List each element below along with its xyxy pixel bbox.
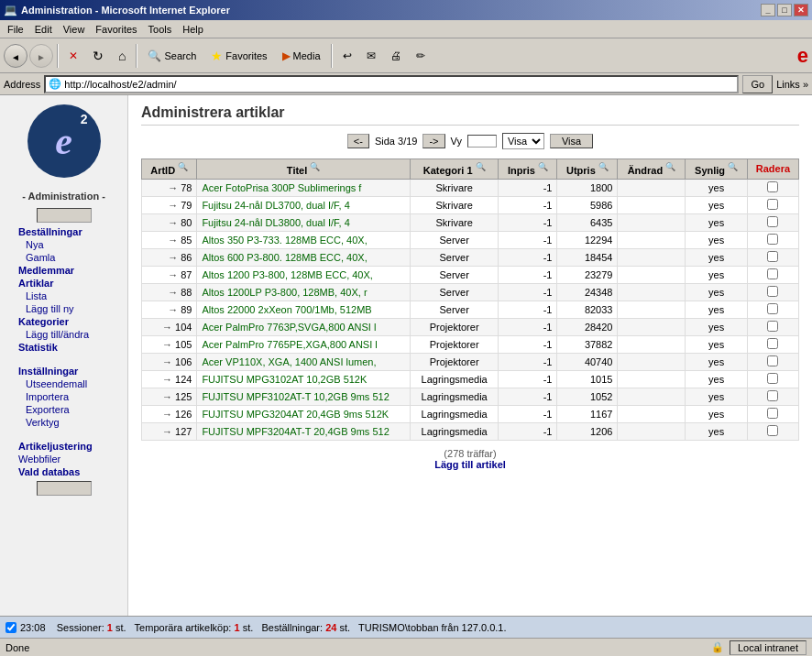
cell-title[interactable]: Acer PalmPro 7763P,SVGA,800 ANSI l — [197, 318, 410, 335]
menu-file[interactable]: File — [2, 22, 29, 37]
cell-title[interactable]: Altos 1200LP P3-800, 128MB, 40X, r — [197, 283, 410, 301]
close-button[interactable]: ✕ — [794, 4, 808, 16]
visa-button[interactable]: Visa — [550, 134, 593, 148]
radera-checkbox[interactable] — [767, 181, 778, 192]
col-inpris[interactable]: Inpris 🔍 — [499, 159, 557, 180]
cell-radera[interactable] — [747, 405, 798, 422]
cell-title[interactable]: FUJITSU MPG3204AT 20,4GB 9ms 512K — [197, 405, 410, 422]
sidebar-item-artiklar[interactable]: Artiklar — [7, 277, 120, 290]
stop-button[interactable] — [62, 42, 84, 70]
col-artid[interactable]: ArtID 🔍 — [142, 159, 197, 180]
cell-title[interactable]: Fujitsu 24-nål DL3800, dual I/F, 4 — [197, 213, 410, 231]
cell-title[interactable]: FUJITSU MPF3204AT-T 20,4GB 9ms 512 — [197, 422, 410, 440]
cell-radera[interactable] — [747, 388, 798, 405]
menu-tools[interactable]: Tools — [143, 22, 178, 37]
minimize-button[interactable]: _ — [761, 4, 775, 16]
sidebar-item-exportera[interactable]: Exportera — [7, 403, 120, 416]
sidebar-item-lagg-till-andra[interactable]: Lägg till/ändra — [7, 328, 120, 341]
col-utpris[interactable]: Utpris 🔍 — [557, 159, 618, 180]
col-andrad[interactable]: Ändrad 🔍 — [618, 159, 686, 180]
radera-checkbox[interactable] — [767, 390, 778, 401]
radera-checkbox[interactable] — [767, 268, 778, 279]
cell-radera[interactable] — [747, 179, 798, 196]
cell-radera[interactable] — [747, 370, 798, 388]
col-synlig[interactable]: Synlig 🔍 — [686, 159, 747, 180]
radera-checkbox[interactable] — [767, 303, 778, 314]
sidebar-item-statistik[interactable]: Statistik — [7, 341, 120, 354]
menu-help[interactable]: Help — [177, 22, 209, 37]
address-input[interactable] — [64, 79, 734, 90]
edit-button[interactable] — [410, 42, 432, 70]
radera-checkbox[interactable] — [767, 425, 778, 436]
col-radera[interactable]: Radera — [747, 159, 798, 180]
radera-checkbox[interactable] — [767, 251, 778, 262]
menu-edit[interactable]: Edit — [29, 22, 58, 37]
prev-page-button[interactable]: <- — [347, 134, 369, 148]
radera-checkbox[interactable] — [767, 338, 778, 349]
radera-checkbox[interactable] — [767, 216, 778, 227]
refresh-button[interactable] — [86, 42, 110, 70]
radera-checkbox[interactable] — [767, 286, 778, 297]
cell-radera[interactable] — [747, 248, 798, 266]
cell-radera[interactable] — [747, 301, 798, 318]
media-button[interactable]: Media — [276, 42, 327, 70]
vy-input[interactable] — [467, 135, 497, 148]
cell-radera[interactable] — [747, 213, 798, 231]
back-button[interactable] — [4, 44, 27, 68]
sidebar-item-utseendemall[interactable]: Utseendemall — [7, 377, 120, 390]
cell-radera[interactable] — [747, 196, 798, 213]
cell-title[interactable]: Acer FotoPrisa 300P Sublimerings f — [197, 179, 410, 196]
sidebar-item-artikeljustering[interactable]: Artikeljustering — [7, 440, 120, 453]
forward-button[interactable] — [29, 44, 53, 68]
sidebar-item-webbfiler[interactable]: Webbfiler — [7, 453, 120, 465]
sidebar-item-installningar[interactable]: Inställningar — [7, 365, 120, 377]
sidebar-item-vald-databas[interactable]: Vald databas — [7, 465, 120, 478]
mail-button[interactable] — [360, 42, 382, 70]
sidebar-item-medlemmar[interactable]: Medlemmar — [7, 264, 120, 277]
favorites-button[interactable]: Favorites — [204, 42, 273, 70]
cell-title[interactable]: FUJITSU MPG3102AT 10,2GB 512K — [197, 370, 410, 388]
history-button[interactable] — [336, 42, 358, 70]
radera-checkbox[interactable] — [767, 321, 778, 332]
print-button[interactable] — [384, 42, 408, 70]
col-titel[interactable]: Titel 🔍 — [197, 159, 410, 180]
cell-radera[interactable] — [747, 266, 798, 283]
cell-title[interactable]: Acer PalmPro 7765PE,XGA,800 ANSI l — [197, 335, 410, 353]
cell-radera[interactable] — [747, 353, 798, 370]
maximize-button[interactable]: □ — [777, 4, 792, 16]
radera-checkbox[interactable] — [767, 199, 778, 210]
home-button[interactable] — [112, 42, 132, 70]
cell-radera[interactable] — [747, 422, 798, 440]
radera-checkbox[interactable] — [767, 234, 778, 245]
menu-favorites[interactable]: Favorites — [90, 22, 142, 37]
status-checkbox[interactable] — [5, 622, 16, 633]
sidebar-item-gamla[interactable]: Gamla — [7, 251, 120, 264]
visa-select[interactable]: Visa 10 25 50 100 — [502, 133, 544, 149]
cell-title[interactable]: Altos 350 P3-733. 128MB ECC, 40X, — [197, 231, 410, 248]
radera-checkbox[interactable] — [767, 373, 778, 384]
cell-radera[interactable] — [747, 335, 798, 353]
cell-title[interactable]: Altos 600 P3-800. 128MB ECC, 40X, — [197, 248, 410, 266]
col-kategori[interactable]: Kategori 1 🔍 — [410, 159, 499, 180]
cell-radera[interactable] — [747, 318, 798, 335]
menu-view[interactable]: View — [58, 22, 91, 37]
radera-checkbox[interactable] — [767, 355, 778, 366]
cell-title[interactable]: FUJITSU MPF3102AT-T 10,2GB 9ms 512 — [197, 388, 410, 405]
sidebar-item-kategorier[interactable]: Kategorier — [7, 315, 120, 328]
sidebar-item-verktyg[interactable]: Verktyg — [7, 416, 120, 429]
cell-title[interactable]: Altos 1200 P3-800, 128MB ECC, 40X, — [197, 266, 410, 283]
next-page-button[interactable]: -> — [422, 134, 444, 148]
links-button[interactable]: Links » — [776, 79, 808, 90]
sidebar-item-lagg-till-ny[interactable]: Lägg till ny — [7, 302, 120, 315]
cell-radera[interactable] — [747, 231, 798, 248]
search-button[interactable]: Search — [141, 42, 203, 70]
go-button[interactable]: Go — [742, 75, 773, 93]
cell-title[interactable]: Altos 22000 2xXeon 700/1Mb, 512MB — [197, 301, 410, 318]
sidebar-item-importera[interactable]: Importera — [7, 390, 120, 403]
sidebar-item-lista[interactable]: Lista — [7, 290, 120, 302]
sidebar-item-nya[interactable]: Nya — [7, 238, 120, 251]
cell-radera[interactable] — [747, 283, 798, 301]
cell-title[interactable]: Fujitsu 24-nål DL3700, dual I/F, 4 — [197, 196, 410, 213]
sidebar-item-bestallningar[interactable]: Beställningar — [7, 225, 120, 238]
cell-title[interactable]: Acer VP110X, XGA, 1400 ANSI lumen, — [197, 353, 410, 370]
